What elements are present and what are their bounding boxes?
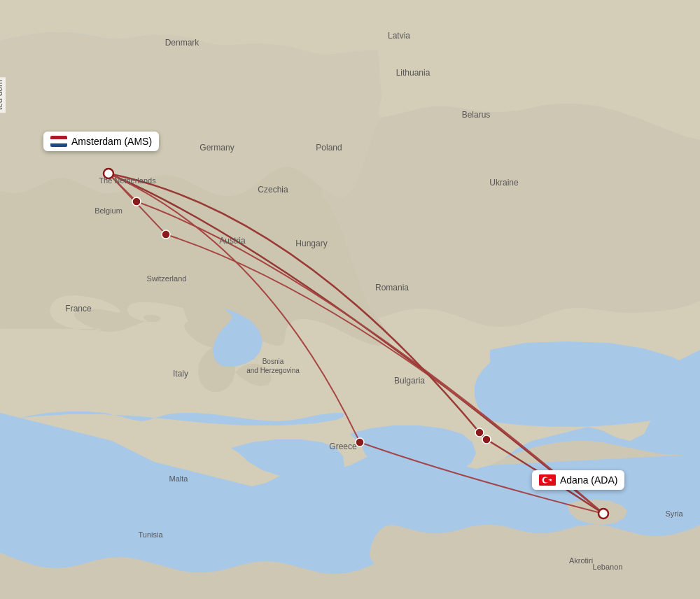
svg-point-5 [482, 435, 491, 444]
amsterdam-label-text: Amsterdam (AMS) [71, 136, 152, 147]
svg-point-2 [162, 230, 170, 239]
label-switzerland: Switzerland [147, 274, 187, 283]
svg-text:★: ★ [549, 478, 552, 482]
label-malta: Malta [169, 474, 189, 483]
adana-label[interactable]: ★ Adana (ADA) [532, 470, 624, 490]
label-lebanon: Lebanon [593, 563, 623, 571]
map-container: Latvia Lithuania Belarus Denmark Poland … [0, 0, 700, 599]
label-austria: Austria [219, 236, 246, 246]
label-netherlands: The Netherlands [99, 176, 156, 185]
label-akrotiri: Akrotiri [569, 556, 593, 565]
label-belarus: Belarus [462, 110, 491, 120]
turkey-flag: ★ [539, 474, 556, 486]
label-latvia: Latvia [388, 31, 410, 41]
label-germany: Germany [200, 143, 234, 153]
label-romania: Romania [375, 283, 409, 293]
label-belgium: Belgium [94, 206, 122, 215]
label-hungary: Hungary [295, 239, 327, 248]
svg-point-4 [475, 428, 484, 437]
label-lithuania: Lithuania [396, 68, 430, 78]
svg-point-7 [598, 509, 608, 519]
label-italy: Italy [173, 369, 188, 379]
svg-point-1 [132, 197, 141, 206]
map-background: Latvia Lithuania Belarus Denmark Poland … [0, 0, 700, 599]
label-tunisia: Tunisia [138, 530, 163, 539]
amsterdam-label[interactable]: Amsterdam (AMS) [43, 132, 159, 151]
netherlands-flag [50, 136, 67, 147]
svg-point-3 [356, 438, 364, 446]
label-ukraine: Ukraine [489, 178, 519, 188]
label-bosnia: Bosnia [262, 358, 284, 365]
adana-label-text: Adana (ADA) [560, 474, 617, 486]
label-czechia: Czechia [258, 185, 288, 195]
label-greece: Greece [329, 442, 357, 451]
label-and-herzegovina: and Herzegovina [246, 367, 300, 374]
side-text-label: ted dom [0, 77, 6, 113]
label-bulgaria: Bulgaria [394, 376, 425, 386]
label-france: France [65, 304, 92, 313]
label-denmark: Denmark [165, 38, 200, 48]
svg-point-10 [544, 478, 549, 483]
label-syria: Syria [665, 509, 683, 518]
label-poland: Poland [316, 143, 342, 153]
